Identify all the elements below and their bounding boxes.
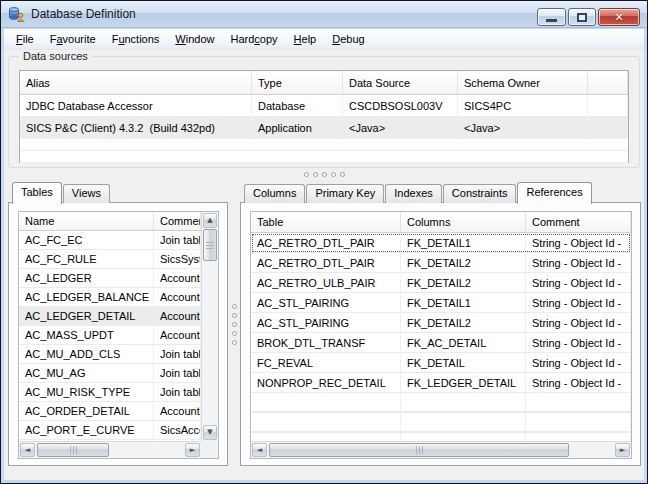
- splitter-grip-dot: [340, 172, 345, 177]
- cell-table: AC_STL_PAIRING: [251, 313, 401, 333]
- cell-comment: String - Object Id -: [526, 293, 631, 313]
- reference-row[interactable]: AC_STL_PAIRING FK_DETAIL2 String - Objec…: [251, 313, 631, 333]
- scroll-down-button[interactable]: ▼: [203, 425, 217, 440]
- empty-row: [251, 393, 631, 413]
- table-row[interactable]: AC_PORT_E_CURVE SicsAccou: [19, 421, 201, 440]
- cell-data-source: CSCDBSOSL003V: [343, 95, 458, 117]
- column-header[interactable]: Comment: [154, 212, 201, 230]
- reference-row[interactable]: BROK_DTL_TRANSF FK_AC_DETAIL String - Ob…: [251, 333, 631, 353]
- column-header[interactable]: Alias: [20, 71, 252, 94]
- table-row[interactable]: AC_LEDGER_DETAIL Accountin: [19, 307, 201, 326]
- cell-name: AC_PORT_E_CURVE: [19, 421, 154, 440]
- arrow-left-icon: ◄: [25, 447, 30, 454]
- cell-name: AC_LEDGER: [19, 269, 154, 288]
- tab[interactable]: Constraints: [443, 184, 517, 203]
- menu-item[interactable]: Functions: [104, 30, 168, 48]
- tab[interactable]: Indexes: [385, 184, 442, 203]
- minimize-icon: [546, 19, 557, 22]
- minimize-button[interactable]: [537, 8, 566, 26]
- column-header[interactable]: Type: [252, 71, 343, 94]
- data-source-row[interactable]: SICS P&C (Client) 4.3.2 (Build 432pd) Ap…: [20, 117, 628, 139]
- reference-row[interactable]: AC_STL_PAIRING FK_DETAIL1 String - Objec…: [251, 293, 631, 313]
- app-body: File Favourite Functions Window Hardcopy…: [4, 29, 644, 480]
- table-row[interactable]: AC_ORDER_DETAIL Accountin: [19, 402, 201, 421]
- column-header[interactable]: Comment: [526, 212, 631, 232]
- vertical-splitter[interactable]: [228, 182, 240, 466]
- tab[interactable]: Tables: [12, 182, 62, 204]
- cell-columns: FK_DETAIL1: [401, 293, 526, 313]
- scroll-up-button[interactable]: ▲: [203, 213, 217, 228]
- column-header[interactable]: Name: [19, 212, 154, 230]
- menu-item[interactable]: File: [8, 30, 42, 48]
- menu-item[interactable]: Debug: [324, 30, 372, 48]
- reference-row[interactable]: AC_RETRO_ULB_PAIR FK_DETAIL2 String - Ob…: [251, 273, 631, 293]
- menu-item[interactable]: Hardcopy: [223, 30, 286, 48]
- column-header[interactable]: Table: [251, 212, 401, 232]
- splitter-grip-dot: [322, 172, 327, 177]
- scroll-left-button[interactable]: ◄: [252, 443, 267, 457]
- reference-row[interactable]: NONPROP_REC_DETAIL FK_LEDGER_DETAIL Stri…: [251, 373, 631, 393]
- cell-name: AC_MU_AG: [19, 364, 154, 383]
- cell-comment: String - Object Id -: [526, 273, 631, 293]
- table-row[interactable]: AC_MU_AG Join table: [19, 364, 201, 383]
- table-row[interactable]: AC_LEDGER_BALANCE Accountin: [19, 288, 201, 307]
- horizontal-scrollbar[interactable]: ◄ ►: [251, 441, 631, 458]
- splitter-grip-dot: [232, 340, 237, 345]
- references-tabpage: Table Columns Comment AC_RETRO_DTL_PAIR …: [240, 202, 641, 466]
- data-sources-header: Alias Type Data Source Schema Owner: [20, 71, 628, 95]
- vertical-scrollbar-thumb[interactable]: [203, 229, 217, 261]
- data-sources-table: Alias Type Data Source Schema Owner: [19, 70, 629, 163]
- table-row[interactable]: AC_MASS_UPDT Accountin: [19, 326, 201, 345]
- splitter-grip-dot: [304, 172, 309, 177]
- cell-empty: [251, 393, 401, 412]
- menu-item[interactable]: Favourite: [42, 30, 104, 48]
- splitter-grip-dot: [232, 322, 237, 327]
- references-header: Table Columns Comment: [251, 212, 631, 233]
- cell-empty: [401, 433, 526, 441]
- scroll-left-button[interactable]: ◄: [20, 443, 35, 457]
- tab[interactable]: Views: [63, 184, 110, 203]
- tab[interactable]: Columns: [244, 184, 305, 203]
- cell-alias: SICS P&C (Client) 4.3.2 (Build 432pd): [20, 117, 252, 139]
- vertical-scrollbar[interactable]: ▲ ▼: [201, 212, 218, 441]
- menu-item[interactable]: Window: [167, 30, 222, 48]
- cell-columns: FK_DETAIL2: [401, 273, 526, 293]
- column-header[interactable]: Schema Owner: [458, 71, 588, 94]
- scroll-right-button[interactable]: ►: [615, 443, 630, 457]
- cell-table: AC_RETRO_ULB_PAIR: [251, 273, 401, 293]
- column-header[interactable]: Data Source: [343, 71, 458, 94]
- window: Database Definition ✕ File Favourite Fun…: [0, 0, 648, 484]
- scroll-right-button[interactable]: ►: [185, 443, 200, 457]
- cell-comment: Accountin: [154, 307, 201, 326]
- close-button[interactable]: ✕: [598, 8, 640, 26]
- cell-comment: String - Object Id -: [526, 353, 631, 373]
- thumb-gripper: [419, 446, 420, 454]
- horizontal-scrollbar-thumb[interactable]: [269, 443, 569, 457]
- reference-row[interactable]: FC_REVAL FK_DETAIL String - Object Id -: [251, 353, 631, 373]
- cell-table: FC_REVAL: [251, 353, 401, 373]
- table-row[interactable]: AC_FC_RULE SicsSyste: [19, 250, 201, 269]
- data-source-row[interactable]: JDBC Database Accessor Database CSCDBSOS…: [20, 95, 628, 117]
- cell-comment: String - Object Id -: [526, 333, 631, 353]
- reference-row[interactable]: AC_RETRO_DTL_PAIR FK_DETAIL1 String - Ob…: [251, 233, 631, 253]
- table-row[interactable]: AC_MU_RISK_TYPE Join table: [19, 383, 201, 402]
- table-row[interactable]: AC_LEDGER Accountin: [19, 269, 201, 288]
- details-panel: Columns Primary Key Indexes Constraints …: [240, 182, 641, 466]
- maximize-button[interactable]: [568, 8, 596, 26]
- cell-name: AC_MU_ADD_CLS: [19, 345, 154, 364]
- horizontal-splitter[interactable]: [4, 168, 644, 181]
- splitter-grip-dot: [232, 313, 237, 318]
- tables-panel: Tables Views Name Comment: [8, 182, 228, 466]
- tab[interactable]: Primary Key: [306, 184, 384, 203]
- horizontal-scrollbar-thumb[interactable]: [37, 443, 109, 457]
- table-row[interactable]: AC_MU_ADD_CLS Join table: [19, 345, 201, 364]
- table-row[interactable]: AC_FC_EC Join table: [19, 231, 201, 250]
- column-header[interactable]: Columns: [401, 212, 526, 232]
- cell-comment: Join table: [154, 383, 201, 402]
- cell-comment: String - Object Id -: [526, 313, 631, 333]
- menu-item[interactable]: Help: [286, 30, 325, 48]
- horizontal-scrollbar[interactable]: ◄ ►: [19, 441, 201, 458]
- tab[interactable]: References: [517, 182, 591, 204]
- reference-row[interactable]: AC_RETRO_DTL_PAIR FK_DETAIL2 String - Ob…: [251, 253, 631, 273]
- column-header-spacer: [588, 71, 628, 94]
